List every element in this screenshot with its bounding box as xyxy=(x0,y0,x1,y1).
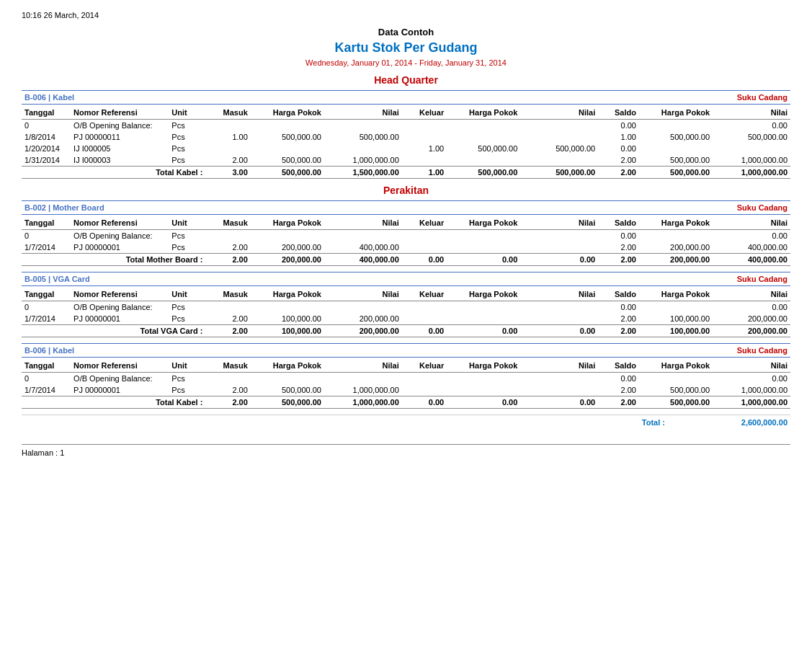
col-header: Unit xyxy=(169,106,205,120)
table-cell: 1,000,000.00 xyxy=(713,154,790,167)
table-cell xyxy=(639,230,713,242)
table-cell: 0.00 xyxy=(713,373,790,385)
table-cell: 1/20/2014 xyxy=(22,143,71,154)
table-cell xyxy=(447,301,520,314)
table-cell xyxy=(520,230,598,242)
table-cell xyxy=(324,120,402,132)
table-cell xyxy=(205,373,250,385)
table-cell xyxy=(447,384,520,396)
col-header: Nilai xyxy=(324,359,402,373)
table-cell: 0.00 xyxy=(598,373,639,385)
table-cell: 500,000.00 xyxy=(251,154,324,167)
table-cell: IJ I000003 xyxy=(71,154,169,167)
table-cell xyxy=(402,241,447,254)
total-row: Total Kabel :2.00500,000.001,000,000.000… xyxy=(22,396,790,409)
table-cell xyxy=(639,373,713,385)
table-cell: 1/8/2014 xyxy=(22,131,71,143)
col-header: Unit xyxy=(169,288,205,301)
total-cell: 2.00 xyxy=(598,325,639,337)
table-row: 1/7/2014PJ 00000001Pcs2.00500,000.001,00… xyxy=(22,384,790,396)
item-block: B-002 | Mother BoardSuku CadangTanggalNo… xyxy=(22,200,790,266)
col-header: Masuk xyxy=(205,359,250,373)
report-title: Data Contoh xyxy=(22,27,790,37)
col-header: Harga Pokok xyxy=(251,106,324,120)
table-cell: 0.00 xyxy=(598,301,639,314)
table-cell: Pcs xyxy=(169,154,205,167)
table-cell xyxy=(324,143,402,154)
total-row: Total Kabel :3.00500,000.001,500,000.001… xyxy=(22,167,790,179)
total-cell: 200,000.00 xyxy=(639,254,713,266)
table-cell xyxy=(520,131,598,143)
table-cell: O/B Opening Balance: xyxy=(71,373,169,385)
section-header: Head Quarter xyxy=(22,74,790,86)
col-header: Nomor Referensi xyxy=(71,288,169,301)
col-header: Nilai xyxy=(324,216,402,230)
total-cell: 2.00 xyxy=(598,254,639,266)
col-header: Saldo xyxy=(598,359,639,373)
total-cell: 1,000,000.00 xyxy=(324,396,402,409)
table-cell xyxy=(447,313,520,325)
page-label: Halaman : 1 xyxy=(22,448,64,457)
col-header: Nomor Referensi xyxy=(71,216,169,230)
table-cell: 1,000,000.00 xyxy=(713,384,790,396)
table-cell: 500,000.00 xyxy=(639,131,713,143)
col-header: Harga Pokok xyxy=(447,106,520,120)
col-header: Tanggal xyxy=(22,288,71,301)
table-cell: 100,000.00 xyxy=(251,313,324,325)
table-cell: O/B Opening Balance: xyxy=(71,230,169,242)
total-cell: 1,000,000.00 xyxy=(713,167,790,179)
table-cell xyxy=(402,120,447,132)
table-cell: 1,000,000.00 xyxy=(324,384,402,396)
total-cell: 0.00 xyxy=(520,325,598,337)
total-cell: 500,000.00 xyxy=(251,167,324,179)
table-cell xyxy=(205,143,250,154)
table-cell: 0.00 xyxy=(598,230,639,242)
table-cell xyxy=(402,313,447,325)
table-cell: 2.00 xyxy=(205,241,250,254)
total-cell: 3.00 xyxy=(205,167,250,179)
report-subtitle: Kartu Stok Per Gudang xyxy=(22,40,790,56)
total-cell: 2.00 xyxy=(205,396,250,409)
table-cell xyxy=(324,230,402,242)
table-cell: 1,000,000.00 xyxy=(324,154,402,167)
table-cell: 400,000.00 xyxy=(713,241,790,254)
table-cell: Pcs xyxy=(169,131,205,143)
table-cell: 100,000.00 xyxy=(639,313,713,325)
table-cell: 2.00 xyxy=(598,313,639,325)
table-cell: 1.00 xyxy=(205,131,250,143)
total-cell: 100,000.00 xyxy=(251,325,324,337)
grand-total-row: Total : 2,600,000.00 xyxy=(22,415,790,430)
table-cell: 0.00 xyxy=(598,120,639,132)
total-cell: 2.00 xyxy=(598,167,639,179)
total-cell: 500,000.00 xyxy=(447,167,520,179)
col-header: Nilai xyxy=(520,106,598,120)
col-header: Harga Pokok xyxy=(639,106,713,120)
total-cell: 0.00 xyxy=(402,325,447,337)
table-cell: O/B Opening Balance: xyxy=(71,120,169,132)
col-header: Keluar xyxy=(402,359,447,373)
table-cell xyxy=(205,301,250,314)
table-cell: PJ 00000001 xyxy=(71,313,169,325)
item-code-name: B-006 | Kabel xyxy=(24,346,74,355)
total-cell: 0.00 xyxy=(520,254,598,266)
item-block: B-006 | KabelSuku CadangTanggalNomor Ref… xyxy=(22,343,790,409)
table-cell xyxy=(447,131,520,143)
col-header: Masuk xyxy=(205,106,250,120)
sections-container: Head QuarterB-006 | KabelSuku CadangTang… xyxy=(22,74,790,409)
table-cell: 1.00 xyxy=(598,131,639,143)
col-header: Nilai xyxy=(324,288,402,301)
table-cell xyxy=(447,373,520,385)
table-cell: Pcs xyxy=(169,313,205,325)
table-row: 1/31/2014IJ I000003Pcs2.00500,000.001,00… xyxy=(22,154,790,167)
total-cell: 200,000.00 xyxy=(324,325,402,337)
total-row: Total VGA Card :2.00100,000.00200,000.00… xyxy=(22,325,790,337)
table-cell: 2.00 xyxy=(205,313,250,325)
report-page: 10:16 26 March, 2014 Data Contoh Kartu S… xyxy=(0,0,812,656)
total-cell: 0.00 xyxy=(402,254,447,266)
item-code-name: B-002 | Mother Board xyxy=(24,203,104,212)
item-table: TanggalNomor ReferensiUnitMasukHarga Pok… xyxy=(22,216,790,266)
table-cell xyxy=(251,373,324,385)
item-category: Suku Cadang xyxy=(737,203,788,212)
table-cell xyxy=(520,313,598,325)
table-cell xyxy=(402,373,447,385)
